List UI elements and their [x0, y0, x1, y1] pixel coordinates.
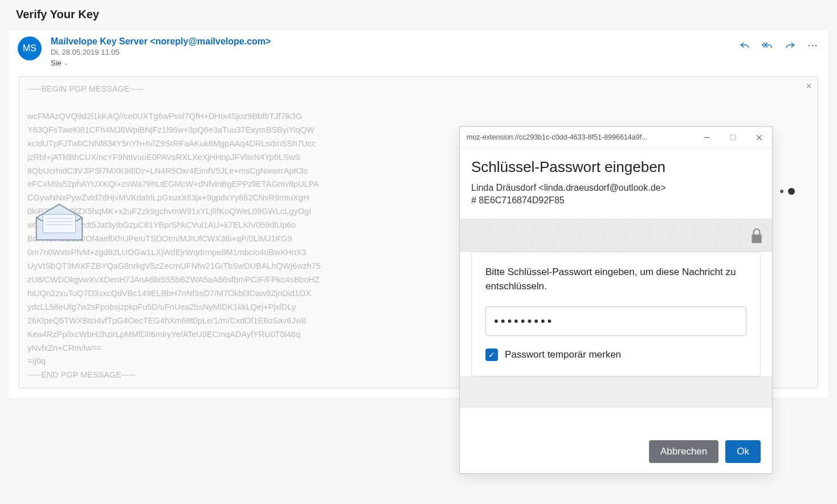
- window-minimize-button[interactable]: [693, 127, 720, 147]
- ok-button[interactable]: Ok: [725, 440, 761, 463]
- security-banner-bottom: [460, 376, 772, 408]
- sender-avatar: MS: [18, 36, 42, 60]
- svg-rect-6: [730, 135, 736, 140]
- svg-marker-1: [43, 215, 75, 233]
- window-maximize-button[interactable]: [720, 127, 746, 147]
- remember-checkbox[interactable]: ✓: [485, 349, 498, 361]
- loading-spinner: [780, 188, 795, 195]
- more-actions-button[interactable]: ⋯: [807, 39, 819, 51]
- sender-name[interactable]: Mailvelope Key Server <noreply@mailvelop…: [51, 36, 729, 47]
- lock-icon: [749, 227, 764, 247]
- cancel-button[interactable]: Abbrechen: [649, 440, 718, 463]
- popup-identity: Linda Dräusdorf <linda.draeusdorf@outloo…: [471, 182, 761, 207]
- email-date: Di, 28.05.2019 11:05: [51, 48, 729, 56]
- password-input[interactable]: [485, 306, 746, 336]
- popup-address: moz-extension://cc293b1c-c0dd-4633-8f51-…: [467, 133, 693, 141]
- recipients-toggle[interactable]: Sie ⌄: [51, 59, 729, 67]
- password-prompt: Bitte Schlüssel-Passwort eingeben, um di…: [485, 265, 746, 294]
- popup-title: Schlüssel-Passwort eingeben: [471, 158, 761, 176]
- password-popup-window: moz-extension://cc293b1c-c0dd-4633-8f51-…: [459, 126, 773, 474]
- security-banner: [460, 219, 772, 252]
- reply-all-button[interactable]: [761, 39, 774, 51]
- chevron-down-icon: ⌄: [64, 60, 68, 66]
- password-form: Bitte Schlüssel-Passwort eingeben, um di…: [471, 252, 761, 376]
- envelope-icon: [34, 203, 85, 242]
- reply-button[interactable]: [738, 39, 751, 51]
- window-close-button[interactable]: [746, 127, 772, 147]
- remember-label: Passwort temporär merken: [505, 349, 621, 360]
- forward-button[interactable]: [784, 39, 797, 51]
- email-subject: Verify Your Key: [0, 0, 837, 26]
